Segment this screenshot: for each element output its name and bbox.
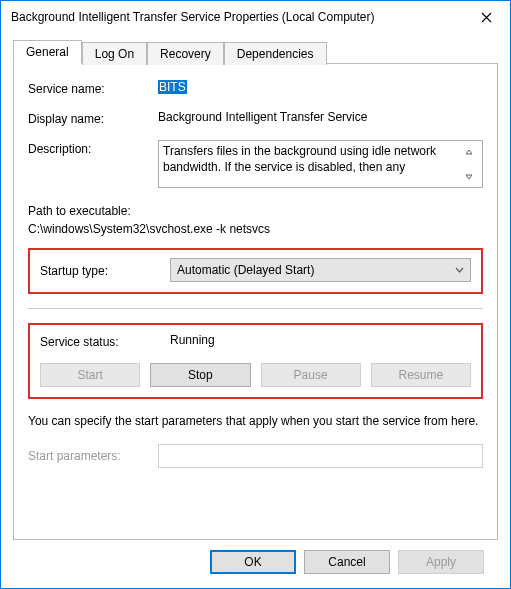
window-title: Background Intelligent Transfer Service … bbox=[11, 10, 464, 24]
start-button: Start bbox=[40, 363, 140, 387]
startup-type-value: Automatic (Delayed Start) bbox=[177, 263, 314, 277]
start-parameters-input bbox=[158, 444, 483, 468]
tabstrip: General Log On Recovery Dependencies bbox=[13, 40, 498, 64]
path-block: Path to executable: C:\windows\System32\… bbox=[28, 202, 483, 238]
startup-type-combo[interactable]: Automatic (Delayed Start) bbox=[170, 258, 471, 282]
cancel-button[interactable]: Cancel bbox=[304, 550, 390, 574]
scroll-up-icon[interactable] bbox=[461, 144, 476, 159]
path-label: Path to executable: bbox=[28, 202, 483, 220]
ok-button[interactable]: OK bbox=[210, 550, 296, 574]
resume-button: Resume bbox=[371, 363, 471, 387]
startup-type-label: Startup type: bbox=[40, 262, 170, 278]
scroll-down-icon[interactable] bbox=[461, 169, 476, 184]
pause-button: Pause bbox=[261, 363, 361, 387]
path-value: C:\windows\System32\svchost.exe -k netsv… bbox=[28, 220, 483, 238]
startup-type-highlight: Startup type: Automatic (Delayed Start) bbox=[28, 248, 483, 294]
dialog-window: Background Intelligent Transfer Service … bbox=[0, 0, 511, 589]
tab-recovery[interactable]: Recovery bbox=[147, 42, 224, 65]
tab-general[interactable]: General bbox=[13, 40, 82, 64]
service-status-value: Running bbox=[170, 333, 471, 347]
separator bbox=[28, 308, 483, 309]
service-name-label: Service name: bbox=[28, 80, 158, 96]
content-area: General Log On Recovery Dependencies Ser… bbox=[1, 33, 510, 588]
close-icon[interactable] bbox=[464, 2, 508, 32]
apply-button: Apply bbox=[398, 550, 484, 574]
start-parameters-label: Start parameters: bbox=[28, 449, 158, 463]
description-label: Description: bbox=[28, 140, 158, 156]
tab-panel-general: Service name: BITS Display name: Backgro… bbox=[13, 63, 498, 540]
tab-logon[interactable]: Log On bbox=[82, 42, 147, 65]
description-box: Transfers files in the background using … bbox=[158, 140, 483, 188]
display-name-label: Display name: bbox=[28, 110, 158, 126]
service-status-highlight: Service status: Running Start Stop Pause… bbox=[28, 323, 483, 399]
service-status-label: Service status: bbox=[40, 333, 170, 349]
display-name-value: Background Intelligent Transfer Service bbox=[158, 110, 483, 124]
start-parameters-hint: You can specify the start parameters tha… bbox=[28, 413, 483, 430]
tab-dependencies[interactable]: Dependencies bbox=[224, 42, 327, 65]
description-text: Transfers files in the background using … bbox=[163, 143, 461, 175]
description-scrollbar[interactable] bbox=[461, 143, 478, 185]
stop-button[interactable]: Stop bbox=[150, 363, 250, 387]
titlebar: Background Intelligent Transfer Service … bbox=[1, 1, 510, 33]
chevron-down-icon bbox=[455, 265, 464, 275]
service-name-value: BITS bbox=[158, 80, 483, 94]
dialog-footer: OK Cancel Apply bbox=[13, 540, 498, 576]
